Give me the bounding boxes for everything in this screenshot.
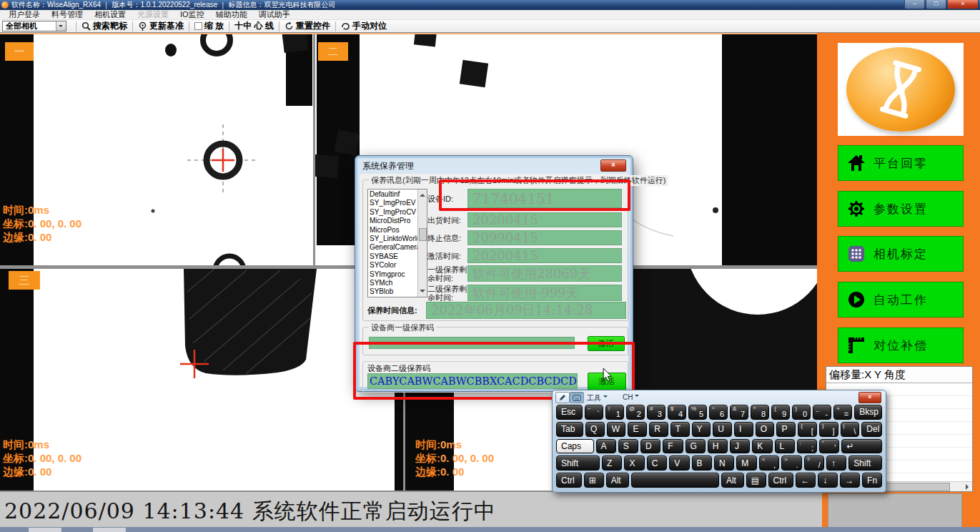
list-item[interactable]: SYImgproc xyxy=(370,270,417,279)
list-item[interactable]: SYBlob xyxy=(370,287,417,296)
vendor-code2-input[interactable]: CABYCABWCABWCBBXCACDCBCDCDCCBWCD xyxy=(367,373,578,389)
key-D[interactable]: D xyxy=(640,439,660,454)
menu-item-6[interactable]: 辅助功能 xyxy=(210,9,253,20)
mark-style-options[interactable]: 十中 心 线 xyxy=(233,20,275,32)
list-item[interactable]: MicroPos xyxy=(370,226,417,235)
key-Alt[interactable]: Alt xyxy=(606,473,629,488)
home-zero-button[interactable]: 平台回零 xyxy=(838,145,964,181)
close-button[interactable]: × xyxy=(947,0,979,9)
key-4[interactable]: $4 xyxy=(668,405,686,420)
key-C[interactable]: C xyxy=(647,455,667,471)
key-T[interactable]: T xyxy=(670,422,690,437)
key-;[interactable]: :; xyxy=(797,439,817,454)
list-item[interactable]: Defaultinf xyxy=(370,190,417,199)
camera-calibration-button[interactable]: 相机标定 xyxy=(838,236,964,272)
key-Ctrl[interactable]: Ctrl xyxy=(556,473,582,488)
minimize-button[interactable]: − xyxy=(904,0,925,9)
key-F[interactable]: F xyxy=(663,439,683,454)
key-L[interactable]: L xyxy=(775,439,795,454)
key-1[interactable]: !1 xyxy=(605,405,624,420)
key-'[interactable]: "' xyxy=(819,439,839,454)
pen-mode-button[interactable] xyxy=(555,392,570,403)
camera3-label[interactable]: 三 xyxy=(9,271,40,290)
keyboard-language-menu[interactable]: CH xyxy=(623,393,639,401)
key-Q[interactable]: Q xyxy=(585,422,605,437)
key-Tab[interactable]: Tab xyxy=(556,422,583,437)
key-I[interactable]: I xyxy=(734,422,753,437)
list-item[interactable]: GeneralCamera xyxy=(370,243,417,252)
menu-item-4[interactable]: 光源设置 xyxy=(132,9,174,20)
key-N[interactable]: N xyxy=(714,455,734,471)
camera1-label[interactable]: 一 xyxy=(5,42,34,61)
key-8[interactable]: *8 xyxy=(751,405,769,420)
vendor-code1-input[interactable] xyxy=(369,337,575,349)
key-G[interactable]: G xyxy=(685,439,706,454)
chevron-down-icon[interactable] xyxy=(56,21,66,31)
list-item[interactable]: SY_ImgProCV xyxy=(370,208,417,217)
key-Del[interactable]: Del xyxy=(861,422,882,437)
key-Z[interactable]: Z xyxy=(602,455,622,471)
scrollbar-thumb[interactable] xyxy=(419,228,427,241)
key-Esc[interactable]: Esc xyxy=(556,405,583,420)
key-arrow-right[interactable]: → xyxy=(840,473,860,488)
menu-item-2[interactable]: 料号管理 xyxy=(46,9,89,20)
manual-align-button[interactable]: 手动对位 xyxy=(340,20,388,32)
key-7[interactable]: &7 xyxy=(730,405,748,420)
list-item[interactable]: SY_LinktoWorld xyxy=(370,235,417,243)
key-2[interactable]: @2 xyxy=(626,405,645,420)
parameter-settings-button[interactable]: 参数设置 xyxy=(838,191,964,227)
taskbar-item[interactable] xyxy=(93,528,126,532)
list-item[interactable]: MicroDistPro xyxy=(370,217,417,225)
camera2-label[interactable]: 二 xyxy=(318,42,348,61)
key-O[interactable]: O xyxy=(756,422,775,437)
key-6[interactable]: ^6 xyxy=(709,405,728,420)
key-Caps[interactable]: Caps xyxy=(556,439,594,454)
key-enter[interactable]: ↵ xyxy=(841,439,882,454)
key-J[interactable]: J xyxy=(730,439,750,454)
taskbar-item[interactable] xyxy=(29,528,61,532)
key-.[interactable]: >. xyxy=(781,455,801,471)
menu-item-3[interactable]: 相机设置 xyxy=(89,9,132,20)
key-arrow-down[interactable]: ↓ xyxy=(818,473,838,488)
scroll-right-arrow-icon[interactable] xyxy=(966,484,971,490)
key-/[interactable]: ?/ xyxy=(804,455,824,471)
key-\[interactable]: |\ xyxy=(841,422,860,437)
update-base-button[interactable]: 更新基准 xyxy=(137,20,185,32)
list-item[interactable]: SY_ImgProEV xyxy=(370,199,417,207)
key-arrow-up[interactable]: ↑ xyxy=(826,455,846,471)
resize-grip[interactable] xyxy=(878,486,884,491)
key--[interactable]: _- xyxy=(813,405,831,420)
key-3[interactable]: #3 xyxy=(647,405,665,420)
zoom-toggle[interactable]: 缩 放 xyxy=(193,20,225,32)
list-item[interactable]: SYColor xyxy=(370,261,417,270)
menu-item-5[interactable]: IO监控 xyxy=(174,9,210,20)
key-X[interactable]: X xyxy=(624,455,644,471)
key-B[interactable]: B xyxy=(692,455,712,471)
key-space[interactable] xyxy=(631,473,719,488)
key-menu[interactable]: ▤ xyxy=(746,473,766,488)
key-S[interactable]: S xyxy=(618,439,638,454)
key-ctrl-right[interactable]: Ctrl xyxy=(768,473,794,488)
menu-item-7[interactable]: 调试助手 xyxy=(253,9,296,20)
key-P[interactable]: P xyxy=(776,422,796,437)
key-E[interactable]: E xyxy=(628,422,647,437)
key-,[interactable]: <, xyxy=(759,455,779,471)
key-[[interactable]: {[ xyxy=(798,422,817,437)
dialog-close-button[interactable]: × xyxy=(600,159,626,172)
key-0[interactable]: )0 xyxy=(792,405,811,420)
camera-select-combo[interactable]: 全部相机 xyxy=(2,21,66,31)
module-listbox[interactable]: DefaultinfSY_ImgProEVSY_ImgProCVMicroDis… xyxy=(367,189,427,297)
reset-controls-button[interactable]: 重置控件 xyxy=(283,20,332,32)
key-shift-right[interactable]: Shift xyxy=(848,455,882,471)
list-item[interactable]: SYBASE xyxy=(370,252,417,261)
keyboard-mode-button[interactable] xyxy=(570,392,584,403)
key-U[interactable]: U xyxy=(713,422,732,437)
key-Shift[interactable]: Shift xyxy=(556,455,600,471)
key-A[interactable]: A xyxy=(596,439,616,454)
key-`[interactable]: ~` xyxy=(585,405,603,420)
key-5[interactable]: %5 xyxy=(688,405,707,420)
auto-work-button[interactable]: 自动工作 xyxy=(838,282,964,317)
key-Bksp[interactable]: Bksp xyxy=(854,405,882,420)
list-item[interactable]: SYMch xyxy=(370,279,417,287)
keyboard-tools-menu[interactable]: 工具 xyxy=(587,393,608,403)
